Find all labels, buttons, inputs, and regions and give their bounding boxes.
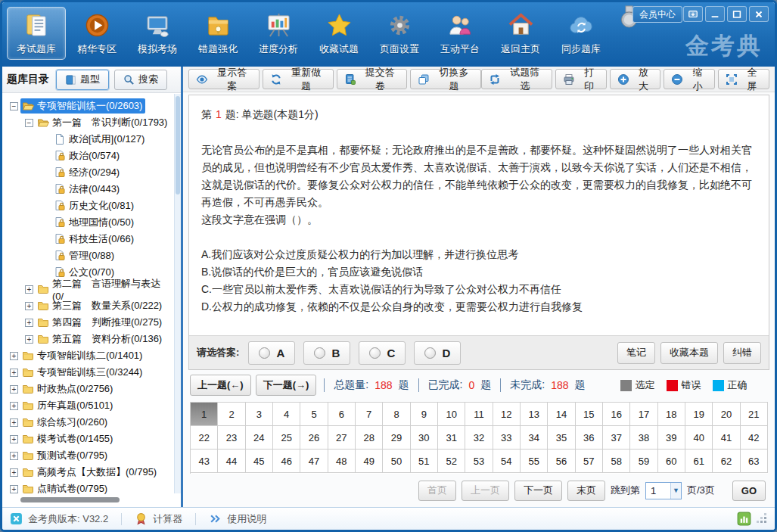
question-number-cell[interactable]: 18	[658, 403, 685, 426]
scrollbar-thumb[interactable]	[176, 96, 180, 194]
tree-item[interactable]: 地理国情(0/50)	[8, 214, 173, 231]
tree-item[interactable]: 时政热点(0/2756)	[8, 381, 173, 397]
tree-expander[interactable]	[10, 485, 18, 493]
top-nav-item[interactable]: 同步题库	[552, 7, 611, 60]
resize-grip[interactable]	[758, 515, 767, 524]
tree-expander[interactable]	[10, 352, 18, 360]
question-number-cell[interactable]: 20	[713, 403, 740, 426]
tree-expander[interactable]	[10, 102, 18, 110]
question-number-cell[interactable]: 5	[300, 403, 328, 426]
question-number-cell[interactable]: 50	[383, 450, 410, 473]
tree-item[interactable]: 专项智能训练二(0/1401)	[8, 347, 173, 364]
question-number-cell[interactable]: 29	[383, 426, 410, 450]
question-number-cell[interactable]: 46	[273, 450, 300, 473]
chevron-down-icon[interactable]: ▼	[670, 483, 681, 499]
question-number-cell[interactable]: 58	[603, 450, 630, 473]
last-page-button[interactable]: 末页	[567, 481, 605, 501]
tree-expander[interactable]	[25, 302, 33, 310]
question-number-cell[interactable]: 13	[521, 403, 548, 426]
member-center-button[interactable]: 会员中心	[632, 6, 682, 23]
top-nav-item[interactable]: 返回主页	[491, 7, 550, 60]
tree-item[interactable]: 经济(0/294)	[8, 164, 173, 181]
answer-choice-button[interactable]: A	[248, 341, 295, 365]
question-number-cell[interactable]: 55	[521, 450, 548, 473]
question-number-cell[interactable]: 14	[548, 403, 575, 426]
top-nav-item[interactable]: 模拟考场	[128, 7, 187, 60]
question-number-cell[interactable]: 36	[576, 426, 603, 450]
toolbar-button[interactable]: 显示答案	[188, 69, 260, 89]
question-number-cell[interactable]: 51	[411, 450, 438, 473]
go-button[interactable]: GO	[732, 481, 766, 501]
toolbar-button[interactable]: 全屏	[718, 69, 769, 89]
top-nav-item[interactable]: 互动平台	[430, 7, 490, 60]
tree-item[interactable]: 管理(0/88)	[8, 247, 173, 264]
tree-expander[interactable]	[10, 435, 18, 443]
scrollbar-thumb[interactable]	[20, 497, 120, 502]
tree-expander[interactable]	[10, 418, 18, 427]
question-number-cell[interactable]: 43	[191, 450, 218, 473]
tree-item[interactable]: 点睛试卷(0/795)	[8, 481, 173, 497]
question-number-cell[interactable]: 61	[685, 450, 713, 473]
question-number-cell[interactable]: 22	[191, 426, 218, 450]
tree-expander[interactable]	[25, 119, 33, 127]
question-number-cell[interactable]: 42	[741, 426, 768, 450]
question-number-cell[interactable]: 17	[630, 403, 657, 426]
tree-item[interactable]: 法律(0/443)	[8, 181, 173, 198]
toolbar-button[interactable]: 试题筛选	[481, 69, 552, 89]
question-number-cell[interactable]: 23	[218, 426, 245, 450]
question-number-cell[interactable]: 45	[246, 450, 273, 473]
question-number-cell[interactable]: 37	[603, 426, 630, 450]
question-number-cell[interactable]: 19	[685, 403, 713, 426]
question-number-cell[interactable]: 10	[438, 403, 465, 426]
toolbar-button[interactable]: 放大	[610, 69, 661, 89]
tree-item[interactable]: 第三篇 数量关系(0/222)	[8, 297, 173, 314]
question-action-button[interactable]: 笔记	[617, 342, 655, 364]
maximize-button[interactable]	[727, 6, 747, 22]
question-number-cell[interactable]: 53	[465, 450, 493, 473]
question-number-cell[interactable]: 34	[521, 426, 548, 450]
tree-item[interactable]: 专项智能训练三(0/3244)	[8, 364, 173, 381]
tree-item[interactable]: 第五篇 资料分析(0/136)	[8, 331, 173, 347]
top-nav-item[interactable]: 错题强化	[188, 7, 247, 60]
question-number-cell[interactable]: 9	[411, 403, 438, 426]
toolbar-button[interactable]: 提交答卷	[337, 69, 408, 89]
tree-expander[interactable]	[10, 468, 18, 477]
question-number-cell[interactable]: 47	[300, 450, 328, 473]
question-number-cell[interactable]: 12	[493, 403, 521, 426]
tree-expander[interactable]	[10, 452, 18, 460]
tree-item[interactable]: 政治[试用](0/127)	[8, 131, 173, 148]
tree-expander[interactable]	[10, 385, 18, 394]
question-number-cell[interactable]: 16	[603, 403, 630, 426]
search-button[interactable]: 搜索	[114, 70, 167, 90]
page-select[interactable]: 1 ▼	[645, 482, 682, 499]
next-page-button[interactable]: 下一页	[514, 481, 562, 501]
question-number-cell[interactable]: 39	[658, 426, 685, 450]
question-number-cell[interactable]: 6	[328, 403, 356, 426]
question-number-cell[interactable]: 1	[191, 403, 218, 426]
question-number-cell[interactable]: 28	[356, 426, 383, 450]
question-number-cell[interactable]: 40	[685, 426, 713, 450]
tree-expander[interactable]	[25, 335, 33, 344]
answer-choice-button[interactable]: C	[359, 341, 406, 365]
tree-item[interactable]: 第二篇 言语理解与表达(0/	[8, 281, 173, 297]
tree-item[interactable]: 政治(0/574)	[8, 148, 173, 164]
toolbar-button[interactable]: 打印	[555, 69, 607, 89]
question-action-button[interactable]: 纠错	[723, 342, 761, 364]
question-number-cell[interactable]: 35	[548, 426, 575, 450]
question-number-cell[interactable]: 31	[438, 426, 465, 450]
tree-item[interactable]: 专项智能训练一(0/2603)	[8, 98, 173, 114]
next-question-button[interactable]: 下一题(→)	[256, 375, 317, 396]
question-number-cell[interactable]: 4	[273, 403, 300, 426]
top-nav-item[interactable]: 精华专区	[67, 7, 126, 60]
question-number-cell[interactable]: 41	[713, 426, 740, 450]
toolbar-button[interactable]: 切换多题	[410, 69, 481, 89]
top-nav-item[interactable]: 页面设置	[370, 7, 429, 60]
question-number-cell[interactable]: 15	[576, 403, 603, 426]
question-number-cell[interactable]: 59	[630, 450, 657, 473]
tree-expander[interactable]	[25, 285, 33, 294]
toolbar-button[interactable]: 缩小	[664, 69, 715, 89]
question-number-cell[interactable]: 30	[411, 426, 438, 450]
tree-item[interactable]: 第四篇 判断推理(0/275)	[8, 314, 173, 331]
tree-item[interactable]: 科技生活(0/66)	[8, 231, 173, 247]
question-number-cell[interactable]: 26	[300, 426, 328, 450]
